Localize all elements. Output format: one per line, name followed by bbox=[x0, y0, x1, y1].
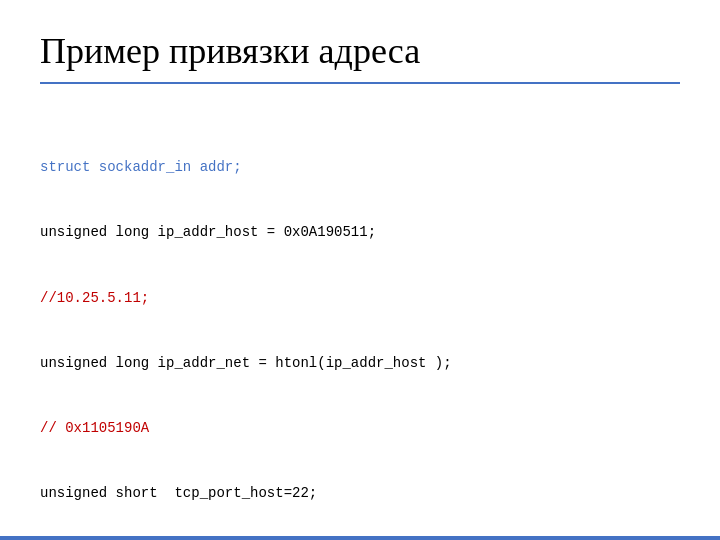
code-line-6: unsigned short tcp_port_host=22; bbox=[40, 483, 680, 505]
code-line-3: //10.25.5.11; bbox=[40, 288, 680, 310]
code-line-1: struct sockaddr_in addr; bbox=[40, 157, 680, 179]
slide-title: Пример привязки адреса bbox=[40, 30, 680, 84]
code-line-4: unsigned long ip_addr_net = htonl(ip_add… bbox=[40, 353, 680, 375]
code-block: struct sockaddr_in addr; unsigned long i… bbox=[40, 114, 680, 540]
bottom-border-decoration bbox=[0, 536, 720, 540]
slide: Пример привязки адреса struct sockaddr_i… bbox=[0, 0, 720, 540]
code-line-5: // 0x1105190A bbox=[40, 418, 680, 440]
code-line-2: unsigned long ip_addr_host = 0x0A190511; bbox=[40, 222, 680, 244]
